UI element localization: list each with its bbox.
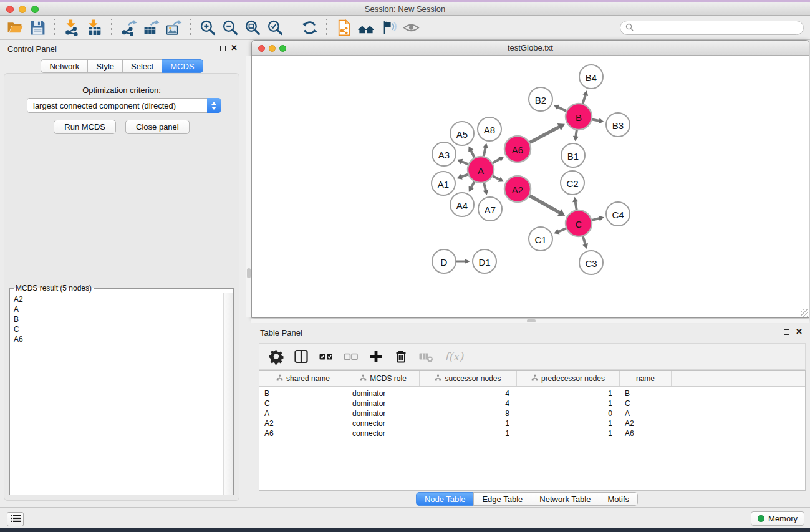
network-close-button[interactable] <box>258 45 265 52</box>
graph-node-A7[interactable]: A7 <box>478 197 502 221</box>
mcds-result-item[interactable]: B <box>14 314 223 324</box>
import-network-button[interactable] <box>60 17 83 39</box>
export-image-button[interactable] <box>162 17 185 39</box>
edge-B-B1[interactable] <box>576 130 577 137</box>
close-panel-icon[interactable]: ✕ <box>231 45 238 51</box>
edge-A-A6[interactable] <box>493 159 500 163</box>
graph-node-A3[interactable]: A3 <box>432 142 456 166</box>
edge-C-C4[interactable] <box>592 218 599 220</box>
eye-button[interactable] <box>400 17 422 39</box>
network-document-button[interactable] <box>332 17 355 39</box>
edge-C-C2[interactable] <box>576 201 577 210</box>
search-box[interactable] <box>620 21 804 35</box>
tab-network[interactable]: Network <box>41 59 88 73</box>
close-panel-button[interactable]: Close panel <box>125 120 190 134</box>
float-panel-icon[interactable] <box>220 46 226 51</box>
graph-node-C1[interactable]: C1 <box>529 227 552 251</box>
edge-A-A3[interactable] <box>461 162 468 165</box>
mcds-result-item[interactable]: A6 <box>14 334 223 344</box>
optimization-criterion-select[interactable]: largest connected component (directed) <box>27 98 221 113</box>
network-vertical-scrollbar[interactable] <box>246 56 251 317</box>
edge-B-B2[interactable] <box>557 107 566 111</box>
graph-node-A4[interactable]: A4 <box>450 193 474 216</box>
graph-node-A2[interactable]: A2 <box>504 176 531 202</box>
search-input[interactable] <box>637 24 798 32</box>
column-header-name[interactable]: name <box>620 371 672 386</box>
memory-button[interactable]: Memory <box>751 511 804 526</box>
graph-node-B3[interactable]: B3 <box>606 113 630 137</box>
zoom-fit-button[interactable] <box>241 17 264 39</box>
refresh-button[interactable] <box>298 17 321 39</box>
tab-motifs[interactable]: Motifs <box>599 492 638 506</box>
graph-node-B[interactable]: B <box>566 104 592 130</box>
close-table-panel-icon[interactable]: ✕ <box>796 329 803 335</box>
graph-node-C[interactable]: C <box>566 210 592 236</box>
open-button[interactable] <box>4 17 26 39</box>
tab-edge-table[interactable]: Edge Table <box>473 492 531 506</box>
run-mcds-button[interactable]: Run MCDS <box>54 120 116 134</box>
save-button[interactable] <box>26 17 49 39</box>
minimize-window-button[interactable] <box>19 6 26 13</box>
maximize-window-button[interactable] <box>31 6 39 13</box>
table-row[interactable]: A2connector11A2 <box>259 418 805 428</box>
edge-C-C3[interactable] <box>583 236 586 244</box>
import-table-button[interactable] <box>83 17 105 39</box>
edge-A-A5[interactable] <box>471 150 475 158</box>
graph-node-D1[interactable]: D1 <box>473 249 496 273</box>
network-horizontal-scrollbar[interactable] <box>251 319 809 323</box>
edge-B-B3[interactable] <box>592 119 600 120</box>
tab-select[interactable]: Select <box>122 59 162 73</box>
tab-mcds[interactable]: MCDS <box>162 59 203 73</box>
float-table-panel-icon[interactable] <box>784 329 789 335</box>
graph-node-B4[interactable]: B4 <box>579 65 603 89</box>
select-all-button[interactable] <box>318 349 334 365</box>
graph-node-A8[interactable]: A8 <box>478 117 501 141</box>
zoom-out-button[interactable] <box>219 17 241 39</box>
graph-node-A[interactable]: A <box>468 157 494 183</box>
list-scrollbar[interactable] <box>223 293 233 495</box>
network-minimize-button[interactable] <box>269 45 276 52</box>
tab-network-table[interactable]: Network Table <box>531 492 599 506</box>
network-canvas[interactable]: B4B2BB3B1A5A8A3A6AA1A2C2A4A7C4CC1C3DD1 <box>252 56 809 317</box>
column-header-predecessor-nodes[interactable]: predecessor nodes <box>517 371 620 386</box>
add-button[interactable] <box>368 349 384 365</box>
edge-A-A2[interactable] <box>493 176 499 180</box>
tab-style[interactable]: Style <box>87 59 123 73</box>
edge-A-A7[interactable] <box>484 183 486 190</box>
graph-node-A1[interactable]: A1 <box>432 172 455 195</box>
column-header-successor-nodes[interactable]: successor nodes <box>420 371 517 386</box>
table-row[interactable]: Cdominator41C <box>259 399 805 409</box>
export-table-button[interactable] <box>140 17 162 39</box>
graph-node-D[interactable]: D <box>432 249 456 273</box>
mcds-result-item[interactable]: A <box>14 304 223 314</box>
graph-node-A6[interactable]: A6 <box>504 136 531 162</box>
table-row[interactable]: Adominator80A <box>259 409 805 418</box>
edge-C-C1[interactable] <box>558 228 566 231</box>
network-graph[interactable]: B4B2BB3B1A5A8A3A6AA1A2C2A4A7C4CC1C3DD1 <box>252 56 809 317</box>
edge-A-A1[interactable] <box>461 175 468 177</box>
edge-A-A4[interactable] <box>471 181 474 188</box>
edge-A2-C[interactable] <box>529 196 560 213</box>
network-window-titlebar[interactable]: testGlobe.txt <box>252 41 809 56</box>
close-window-button[interactable] <box>6 6 14 13</box>
column-header-mcds-role[interactable]: MCDS role <box>347 371 420 386</box>
network-maximize-button[interactable] <box>279 45 286 52</box>
edge-B-B4[interactable] <box>583 95 586 104</box>
home-button[interactable] <box>355 17 377 39</box>
resize-grip-icon[interactable] <box>801 309 808 317</box>
mcds-result-item[interactable]: C <box>14 324 223 334</box>
mcds-result-item[interactable]: A2 <box>14 294 223 304</box>
table-row[interactable]: Bdominator41B <box>259 389 805 399</box>
delete-button[interactable] <box>393 349 409 365</box>
edge-A6-B[interactable] <box>529 127 559 143</box>
column-header-shared-name[interactable]: shared name <box>259 371 347 386</box>
export-network-button[interactable] <box>117 17 140 39</box>
graph-node-B1[interactable]: B1 <box>561 143 585 167</box>
deselect-all-button[interactable] <box>343 349 359 365</box>
edge-A-A8[interactable] <box>484 148 486 157</box>
graph-node-C3[interactable]: C3 <box>579 251 603 274</box>
graph-node-A5[interactable]: A5 <box>450 122 474 145</box>
zoom-selected-button[interactable] <box>264 17 286 39</box>
settings-button[interactable] <box>268 349 284 365</box>
graph-node-C4[interactable]: C4 <box>606 202 630 226</box>
